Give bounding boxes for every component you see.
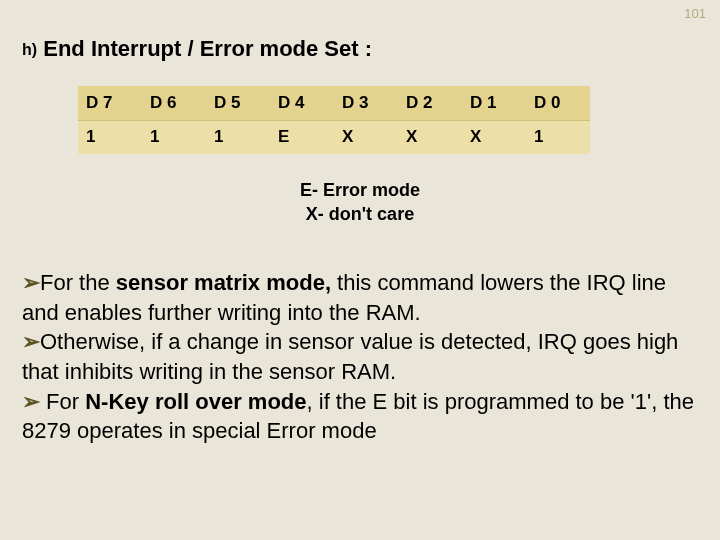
body-text: ➢For the sensor matrix mode, this comman… xyxy=(22,268,698,446)
chevron-icon: ➢ xyxy=(22,329,40,354)
legend: E- Error mode X- don't care xyxy=(0,178,720,227)
th: D 5 xyxy=(206,86,270,120)
td: X xyxy=(398,120,462,154)
th: D 7 xyxy=(78,86,142,120)
th: D 1 xyxy=(462,86,526,120)
th: D 3 xyxy=(334,86,398,120)
bullet: ➢ For N-Key roll over mode, if the E bit… xyxy=(22,387,698,446)
bit-table: D 7 D 6 D 5 D 4 D 3 D 2 D 1 D 0 1 1 1 E … xyxy=(78,86,590,154)
td: 1 xyxy=(526,120,590,154)
heading: h) End Interrupt / Error mode Set : xyxy=(22,36,372,62)
heading-title: End Interrupt / Error mode Set : xyxy=(43,36,372,61)
page-number: 101 xyxy=(684,6,706,21)
td: X xyxy=(334,120,398,154)
table-row: 1 1 1 E X X X 1 xyxy=(78,120,590,154)
bullet: ➢For the sensor matrix mode, this comman… xyxy=(22,268,698,327)
text: For xyxy=(40,389,85,414)
chevron-icon: ➢ xyxy=(22,270,40,295)
td: E xyxy=(270,120,334,154)
text: For the xyxy=(40,270,116,295)
text-bold: N-Key roll over mode xyxy=(85,389,306,414)
td: 1 xyxy=(142,120,206,154)
bullet: ➢Otherwise, if a change in sensor value … xyxy=(22,327,698,386)
th: D 4 xyxy=(270,86,334,120)
heading-letter: h) xyxy=(22,41,37,58)
legend-line: E- Error mode xyxy=(0,178,720,202)
text-bold: sensor matrix mode, xyxy=(116,270,331,295)
td: 1 xyxy=(78,120,142,154)
td: 1 xyxy=(206,120,270,154)
th: D 2 xyxy=(398,86,462,120)
text: Otherwise, if a change in sensor value i… xyxy=(22,329,678,384)
legend-line: X- don't care xyxy=(0,202,720,226)
table-header-row: D 7 D 6 D 5 D 4 D 3 D 2 D 1 D 0 xyxy=(78,86,590,120)
th: D 6 xyxy=(142,86,206,120)
td: X xyxy=(462,120,526,154)
chevron-icon: ➢ xyxy=(22,389,40,414)
th: D 0 xyxy=(526,86,590,120)
